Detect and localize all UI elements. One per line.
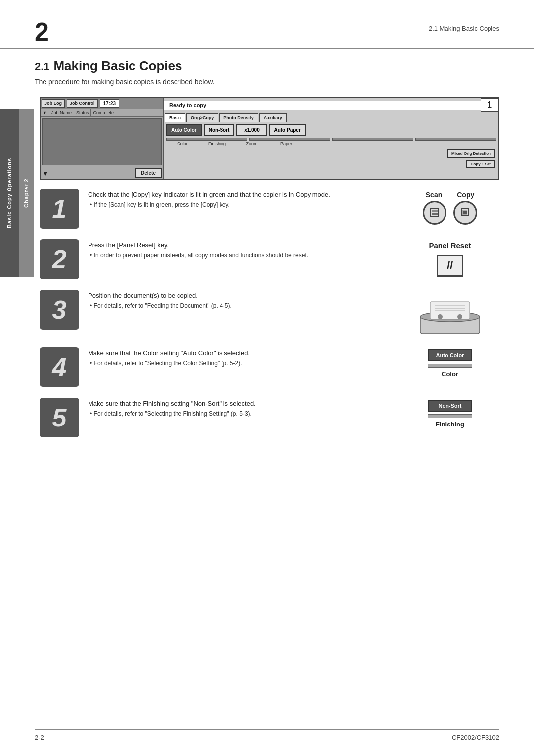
copier-screen: Job Log Job Control 17:23 ▼ Job Name Sta… [40, 97, 499, 180]
step-4-number-box: 4 [40, 347, 79, 387]
copier-right-panel: Ready to copy 1 Basic Orig>Copy Photo De… [164, 98, 498, 179]
scan-icon [429, 207, 440, 218]
job-col-status: Status [74, 109, 91, 116]
step-2: 2 Press the [Panel Reset] key. • In orde… [40, 239, 499, 279]
step-1-right: Scan Copy [400, 189, 499, 225]
copier-mode-tabs: Basic Orig>Copy Photo Density Auxiliary [164, 112, 498, 122]
step-3: 3 Position the document(s) to be copied.… [40, 290, 499, 336]
finishing-setting-label: Finishing [201, 142, 233, 146]
footer-left: 2-2 [35, 734, 44, 741]
copier-tab-orig-copy[interactable]: Orig>Copy [186, 113, 218, 122]
paper-setting-label: Paper [270, 142, 303, 146]
copier-left-panel: Job Log Job Control 17:23 ▼ Job Name Sta… [41, 98, 164, 179]
copier-tab-photo-density[interactable]: Photo Density [219, 113, 258, 122]
operations-sidebar: Basic Copy Operations [0, 109, 19, 277]
copier-extra-buttons: Mixed Orig Detection Copy 1 Set [164, 146, 498, 171]
chapter-number: 2 [35, 19, 49, 45]
panel-reset-label: Panel Reset [429, 241, 471, 250]
copy-icon [460, 207, 471, 218]
color-progress-bar [428, 364, 472, 368]
copier-zoom-button[interactable]: x1.000 [236, 124, 267, 136]
step-1: 1 Check that the [Copy] key indicator is… [40, 189, 499, 229]
section-ref: 2.1 Making Basic Copies [429, 19, 499, 32]
auto-color-widget: Auto Color Color [428, 349, 472, 378]
copier-sliders [164, 138, 498, 141]
step-3-right [400, 290, 499, 336]
copier-job-list [42, 118, 162, 165]
copier-settings-buttons: Auto Color Non-Sort x1.000 Auto Paper [164, 122, 498, 138]
step-2-right: Panel Reset // [400, 239, 499, 277]
scan-copy-buttons [423, 201, 477, 225]
copier-tab-row: Job Log Job Control 17:23 [41, 98, 163, 109]
step-3-number-box: 3 [40, 290, 79, 330]
step-1-bullet: • If the [Scan] key is lit in green, pre… [88, 200, 400, 209]
panel-reset-button[interactable]: // [437, 255, 463, 277]
non-sort-widget: Non-Sort Finishing [428, 400, 472, 428]
zoom-setting-label: Zoom [235, 142, 268, 146]
copier-ready-text: Ready to copy [164, 101, 481, 110]
copier-copy-set-button[interactable]: Copy 1 Set [466, 160, 495, 168]
step-4-main: Make sure that the Color setting "Auto C… [88, 349, 400, 357]
steps-area: 1 Check that the [Copy] key indicator is… [40, 189, 499, 437]
copier-paper-button[interactable]: Auto Paper [269, 124, 305, 136]
step-5: 5 Make sure that the Finishing setting "… [40, 398, 499, 437]
copier-job-header: ▼ Job Name Status Comp-lete [41, 109, 163, 117]
section-number: 2.1 [35, 60, 50, 73]
copier-tab-job-control[interactable]: Job Control [67, 99, 98, 108]
copier-delete-button[interactable]: Delete [135, 168, 162, 178]
copy-button[interactable] [453, 201, 477, 225]
job-col-complete: Comp-lete [91, 109, 116, 116]
finishing-widget-label: Finishing [436, 421, 464, 428]
color-widget-label: Color [442, 370, 458, 378]
scan-copy-label-row: Scan Copy [426, 191, 474, 199]
svg-point-14 [457, 314, 462, 319]
finishing-progress-bar [428, 414, 472, 418]
section-intro: The procedure for making basic copies is… [35, 78, 499, 86]
copier-auto-color-button[interactable]: Auto Color [166, 124, 202, 136]
step-3-content: Position the document(s) to be copied. •… [88, 290, 400, 310]
non-sort-indicator: Non-Sort [428, 400, 472, 412]
section-title-area: 2.1 Making Basic Copies The procedure fo… [0, 49, 534, 91]
copy-label: Copy [457, 191, 474, 199]
step-5-right: Non-Sort Finishing [400, 398, 499, 428]
job-col-name: Job Name [49, 109, 74, 116]
step-4: 4 Make sure that the Color setting "Auto… [40, 347, 499, 387]
copier-tab-job-log[interactable]: Job Log [42, 99, 65, 108]
auto-color-indicator: Auto Color [428, 349, 472, 361]
step-1-number: 1 [52, 196, 67, 222]
scanner-illustration [415, 292, 485, 336]
step-2-number: 2 [52, 246, 67, 272]
svg-rect-1 [432, 210, 438, 212]
step-5-number: 5 [52, 405, 67, 430]
step-2-main: Press the [Panel Reset] key. [88, 241, 400, 249]
page-footer: 2-2 CF2002/CF3102 [35, 729, 499, 741]
step-1-main: Check that the [Copy] key indicator is l… [88, 191, 400, 198]
copier-tab-basic[interactable]: Basic [165, 113, 185, 122]
section-heading: 2.1 Making Basic Copies [35, 58, 499, 74]
step-4-content: Make sure that the Color setting "Auto C… [88, 347, 400, 368]
copier-arrow-icon: ▼ [42, 169, 49, 177]
svg-rect-6 [463, 211, 467, 214]
step-4-number: 4 [52, 354, 67, 380]
copier-settings-labels: Color Finishing Zoom Paper [164, 142, 498, 146]
step-5-content: Make sure that the Finishing setting "No… [88, 398, 400, 418]
copier-mixed-orig-button[interactable]: Mixed Orig Detection [447, 149, 495, 158]
copier-non-sort-button[interactable]: Non-Sort [204, 124, 235, 136]
step-4-right: Auto Color Color [400, 347, 499, 378]
step-1-content: Check that the [Copy] key indicator is l… [88, 189, 400, 209]
copier-bottom-controls: ▼ Delete [41, 167, 163, 179]
step-2-bullet: • In order to prevent paper misfeeds, al… [88, 251, 400, 260]
chapter-sidebar: Chapter 2 [19, 109, 34, 277]
scan-button[interactable] [423, 201, 446, 225]
step-3-bullet: • For details, refer to "Feeding the Doc… [88, 301, 400, 310]
page-container: 2 2.1 Making Basic Copies 2.1 Making Bas… [0, 0, 534, 756]
page-header: 2 2.1 Making Basic Copies [0, 0, 534, 49]
svg-point-13 [438, 314, 443, 319]
copier-tab-auxiliary[interactable]: Auxiliary [259, 113, 287, 122]
color-setting-label: Color [166, 142, 199, 146]
step-3-main: Position the document(s) to be copied. [88, 292, 400, 299]
step-3-number: 3 [52, 297, 67, 323]
step-5-number-box: 5 [40, 398, 79, 437]
section-title: Making Basic Copies [53, 58, 182, 73]
step-1-number-box: 1 [40, 189, 79, 229]
